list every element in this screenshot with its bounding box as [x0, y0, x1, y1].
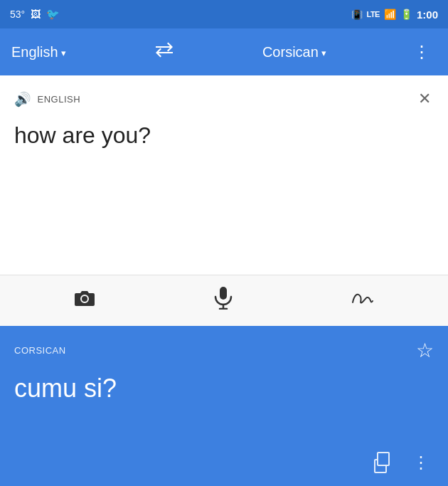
- output-text-display: cumu si?: [14, 374, 434, 441]
- output-area: CORSICAN ☆ cumu si? ⋮: [0, 326, 448, 486]
- output-language-label: CORSICAN: [14, 345, 66, 356]
- microphone-button[interactable]: [208, 281, 238, 320]
- twitter-status-icon: 🐦: [46, 8, 60, 21]
- input-area: 🔊 ENGLISH ✕ how are you?: [0, 75, 448, 275]
- camera-icon: [73, 288, 96, 308]
- svg-rect-0: [220, 287, 227, 300]
- target-language-label: Corsican: [262, 44, 319, 60]
- microphone-icon: [214, 287, 233, 310]
- target-language-selector[interactable]: Corsican ▾: [262, 44, 326, 60]
- handwrite-button[interactable]: [345, 282, 380, 319]
- output-header: CORSICAN ☆: [14, 339, 434, 362]
- signal-icon: 📶: [384, 9, 396, 20]
- status-left: 53° 🖼 🐦: [10, 8, 60, 21]
- source-lang-dropdown-icon: ▾: [61, 48, 66, 58]
- input-header: 🔊 ENGLISH ✕: [14, 87, 434, 111]
- input-language-label: 🔊 ENGLISH: [14, 91, 80, 107]
- output-more-button[interactable]: ⋮: [408, 448, 434, 477]
- input-text-display[interactable]: how are you?: [14, 122, 434, 263]
- swap-languages-button[interactable]: [147, 36, 181, 68]
- status-right: 📳 LTE 📶 🔋 1:00: [351, 9, 439, 21]
- swap-icon: [153, 42, 176, 58]
- input-language-text: ENGLISH: [38, 94, 81, 105]
- vibrate-icon: 📳: [351, 9, 363, 20]
- image-status-icon: 🖼: [31, 9, 41, 20]
- camera-button[interactable]: [68, 282, 102, 319]
- favorite-button[interactable]: ☆: [416, 339, 434, 362]
- source-language-label: English: [11, 44, 58, 60]
- sound-icon[interactable]: 🔊: [14, 91, 32, 107]
- app-bar-more-button[interactable]: ⋮: [407, 36, 437, 68]
- status-bar: 53° 🖼 🐦 📳 LTE 📶 🔋 1:00: [0, 0, 448, 28]
- app-bar: English ▾ Corsican ▾ ⋮: [0, 28, 448, 75]
- target-lang-dropdown-icon: ▾: [321, 48, 326, 58]
- main-content: 🔊 ENGLISH ✕ how are you?: [0, 75, 448, 486]
- handwrite-icon: [351, 288, 375, 308]
- temperature: 53°: [10, 9, 25, 20]
- input-toolbar: [0, 275, 448, 326]
- copy-button[interactable]: [374, 452, 394, 473]
- time-display: 1:00: [417, 9, 438, 21]
- lte-icon: LTE: [367, 10, 380, 19]
- clear-input-button[interactable]: ✕: [415, 87, 434, 111]
- source-language-selector[interactable]: English ▾: [11, 44, 66, 60]
- output-footer: ⋮: [14, 441, 434, 477]
- battery-icon: 🔋: [400, 9, 412, 20]
